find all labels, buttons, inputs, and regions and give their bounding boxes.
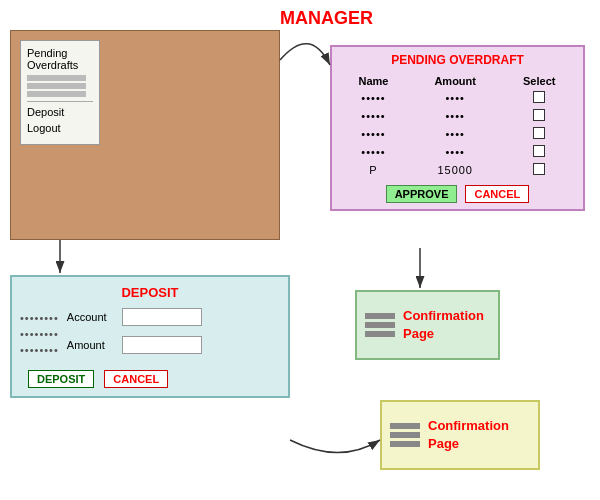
row-select[interactable] <box>501 143 577 161</box>
sidebar-divider <box>27 101 93 102</box>
conf2-line-1 <box>390 423 420 429</box>
col-select: Select <box>501 73 577 89</box>
conf2-line-3 <box>390 441 420 447</box>
deposit-cancel-button[interactable]: CANCEL <box>104 370 168 388</box>
deposit-form: Account Amount <box>67 308 280 364</box>
deposit-line-3: •••••••• <box>20 344 59 356</box>
amount-input[interactable] <box>122 336 202 354</box>
row-name: ••••• <box>338 107 409 125</box>
checkbox[interactable] <box>533 145 545 157</box>
sidebar-item-deposit[interactable]: Deposit <box>27 106 93 118</box>
approve-button[interactable]: APPROVE <box>386 185 458 203</box>
confirmation-box-2: Confirmation Page <box>380 400 540 470</box>
row-amount: •••• <box>409 143 502 161</box>
table-row: ••••• •••• <box>338 89 577 107</box>
deposit-title: DEPOSIT <box>20 285 280 300</box>
row-name: P <box>338 161 409 179</box>
line-3 <box>27 91 86 97</box>
checkbox[interactable] <box>533 109 545 121</box>
deposit-panel: DEPOSIT •••••••• •••••••• •••••••• Accou… <box>10 275 290 398</box>
checkbox[interactable] <box>533 91 545 103</box>
deposit-content: •••••••• •••••••• •••••••• Account Amoun… <box>20 308 280 364</box>
conf1-line-1 <box>365 313 395 319</box>
row-amount: 15000 <box>409 161 502 179</box>
deposit-line-2: •••••••• <box>20 328 59 340</box>
row-amount: •••• <box>409 107 502 125</box>
conf1-line2: Page <box>403 326 434 341</box>
conf1-lines <box>365 313 395 337</box>
row-select[interactable] <box>501 89 577 107</box>
overdraft-panel: PENDING OVERDRAFT Name Amount Select •••… <box>330 45 585 211</box>
checkbox[interactable] <box>533 163 545 175</box>
sidebar-item-logout[interactable]: Logout <box>27 122 93 134</box>
row-amount: •••• <box>409 125 502 143</box>
conf2-lines <box>390 423 420 447</box>
conf2-line-2 <box>390 432 420 438</box>
conf2-line1: Confirmation <box>428 418 509 433</box>
row-select[interactable] <box>501 107 577 125</box>
confirmation-1-text: Confirmation Page <box>403 307 484 343</box>
conf2-line2: Page <box>428 436 459 451</box>
overdraft-table: Name Amount Select ••••• •••• ••••• ••••… <box>338 73 577 179</box>
overdraft-title: PENDING OVERDRAFT <box>338 53 577 67</box>
deposit-line-1: •••••••• <box>20 312 59 324</box>
conf1-line1: Confirmation <box>403 308 484 323</box>
line-1 <box>27 75 86 81</box>
line-2 <box>27 83 86 89</box>
deposit-button[interactable]: DEPOSIT <box>28 370 94 388</box>
deposit-buttons: DEPOSIT CANCEL <box>20 370 280 388</box>
amount-label: Amount <box>67 339 122 351</box>
manager-sidebar[interactable]: Pending Overdrafts Deposit Logout <box>20 40 100 145</box>
row-name: ••••• <box>338 125 409 143</box>
checkbox[interactable] <box>533 127 545 139</box>
conf1-line-3 <box>365 331 395 337</box>
account-label: Account <box>67 311 122 323</box>
row-name: ••••• <box>338 89 409 107</box>
table-row: ••••• •••• <box>338 125 577 143</box>
account-input[interactable] <box>122 308 202 326</box>
row-select[interactable] <box>501 125 577 143</box>
confirmation-box-1: Confirmation Page <box>355 290 500 360</box>
overdraft-cancel-button[interactable]: CANCEL <box>465 185 529 203</box>
manager-label: MANAGER <box>280 8 373 29</box>
overdraft-buttons: APPROVE CANCEL <box>338 185 577 203</box>
sidebar-item-pending-overdrafts[interactable]: Pending Overdrafts <box>27 47 93 71</box>
col-amount: Amount <box>409 73 502 89</box>
col-name: Name <box>338 73 409 89</box>
deposit-sidebar: •••••••• •••••••• •••••••• <box>20 308 59 364</box>
table-row: P 15000 <box>338 161 577 179</box>
confirmation-2-text: Confirmation Page <box>428 417 509 453</box>
sidebar-lines-1 <box>27 75 93 97</box>
account-row: Account <box>67 308 280 326</box>
table-row: ••••• •••• <box>338 107 577 125</box>
row-select[interactable] <box>501 161 577 179</box>
row-name: ••••• <box>338 143 409 161</box>
row-amount: •••• <box>409 89 502 107</box>
amount-row: Amount <box>67 336 280 354</box>
table-row: ••••• •••• <box>338 143 577 161</box>
conf1-line-2 <box>365 322 395 328</box>
